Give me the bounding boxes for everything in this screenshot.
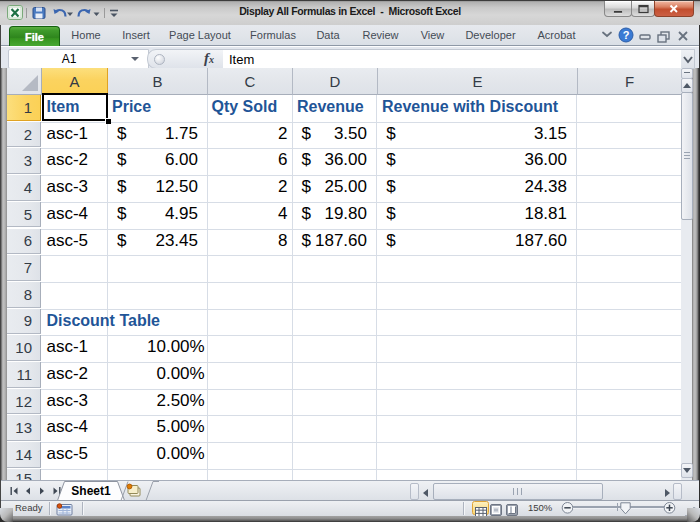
svg-text:?: ? <box>623 29 630 41</box>
